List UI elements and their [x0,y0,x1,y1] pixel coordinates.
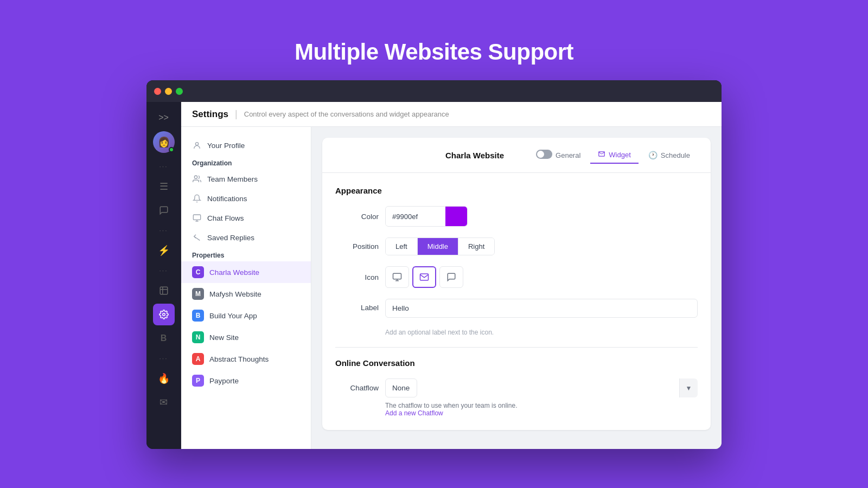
menu-label-mafysh: Mafysh Website [209,290,261,298]
badge-payporte: P [192,375,204,387]
menu-label-profile: Your Profile [207,142,245,150]
minimize-button[interactable] [165,88,172,95]
expand-button[interactable]: >> [154,108,173,127]
team-icon [192,174,202,184]
menu-item-profile[interactable]: Your Profile [181,136,311,155]
appearance-title: Appearance [335,186,698,195]
tab-label-schedule: Schedule [661,151,690,159]
general-toggle[interactable] [536,150,552,159]
card-title: Charla Website [432,151,518,160]
chatflows-icon [192,213,202,223]
sidebar-icon-chat[interactable] [153,200,175,221]
tab-group: General Widget 🕐 [528,146,698,164]
sidebar-icon-fire[interactable]: 🔥 [153,368,175,389]
icon-group [385,266,463,288]
settings-card: Charla Website General [322,138,711,430]
icon-option-2[interactable] [412,266,436,288]
badge-build: B [192,310,204,322]
sidebar-icon-lightning[interactable]: ⚡ [153,240,175,261]
menu-item-mafysh[interactable]: M Mafysh Website [181,283,311,305]
profile-icon [192,140,202,150]
tab-label-general: General [556,151,580,159]
section-organization: Organization [181,155,311,169]
widget-tab-icon [598,150,605,159]
traffic-lights [154,88,183,95]
menu-item-charla[interactable]: C Charla Website [181,261,311,283]
sidebar-icon-inbox[interactable]: ☰ [153,176,175,197]
position-right[interactable]: Right [458,238,494,255]
color-row: Color [335,206,698,227]
sidebar-dots-1: ··· [159,159,168,174]
select-wrapper: None ▼ [385,378,698,397]
position-row: Position Left Middle Right [335,237,698,255]
card-header: Charla Website General [322,138,711,173]
chatflow-select[interactable]: None [385,378,417,397]
position-middle[interactable]: Middle [418,238,458,255]
menu-item-newsite[interactable]: N New Site [181,326,311,348]
card-body: Appearance Color Po [322,173,711,430]
svg-point-5 [194,176,197,178]
sidebar-icon-settings[interactable] [153,304,175,325]
label-text-input[interactable] [385,299,698,318]
color-label: Color [335,213,379,221]
chatflow-row: Chatflow None ▼ [335,378,698,397]
maximize-button[interactable] [176,88,183,95]
menu-label-payporte: Payporte [209,377,239,385]
menu-label-saved: Saved Replies [207,234,254,242]
close-button[interactable] [154,88,161,95]
page-title: Multiple Websites Support [295,39,573,65]
header-title: Settings [192,109,228,120]
color-swatch[interactable] [445,207,467,226]
label-input-container [385,299,698,318]
menu-label-notifications: Notifications [207,195,247,203]
svg-rect-10 [393,273,401,279]
menu-label-abstract: Abstract Thoughts [209,355,269,363]
online-conversation-title: Online Conversation [335,358,698,368]
icon-option-1[interactable] [385,266,409,288]
menu-item-payporte[interactable]: P Payporte [181,370,311,391]
sidebar-icon-mail[interactable]: ✉ [153,391,175,413]
notifications-icon [192,194,202,203]
svg-rect-6 [193,215,200,220]
sidebar-icon-bold[interactable]: B [153,328,175,349]
menu-item-notifications[interactable]: Notifications [181,189,311,208]
tab-schedule[interactable]: 🕐 Schedule [641,147,698,163]
right-panel: Charla Website General [311,127,722,449]
position-left[interactable]: Left [386,238,418,255]
menu-item-chatflows[interactable]: Chat Flows [181,208,311,228]
icon-option-3[interactable] [439,266,463,288]
tab-label-widget: Widget [609,151,630,159]
position-label: Position [335,242,379,251]
saved-icon [192,233,202,242]
label-hint: Add an optional label next to the icon. [385,329,698,336]
chatflow-link[interactable]: Add a new Chatflow [385,409,698,417]
app-body: >> 👩 ··· ☰ ··· ⚡ ··· B ··· 🔥 [146,102,722,449]
tab-widget[interactable]: Widget [590,147,638,164]
sidebar-dots-4: ··· [159,351,168,365]
avatar-container: 👩 [153,131,175,153]
svg-line-9 [194,236,200,240]
section-properties: Properties [181,247,311,261]
menu-label-newsite: New Site [209,333,239,342]
menu-item-team[interactable]: Team Members [181,169,311,189]
header-subtitle: Control every aspect of the conversation… [244,110,449,118]
menu-item-saved[interactable]: Saved Replies [181,228,311,247]
icon-row: Icon [335,266,698,288]
tab-general[interactable]: General [528,146,588,164]
main-content: Settings | Control every aspect of the c… [181,102,722,449]
general-tab-icon [536,150,552,160]
sidebar-dots-2: ··· [159,223,168,237]
sidebar: >> 👩 ··· ☰ ··· ⚡ ··· B ··· 🔥 [146,102,181,449]
color-text-input[interactable] [386,208,445,225]
color-input-group [385,206,468,227]
badge-newsite: N [192,331,204,343]
svg-rect-0 [160,287,168,294]
svg-point-4 [195,143,198,145]
sidebar-icon-table[interactable] [153,280,175,301]
menu-item-abstract[interactable]: A Abstract Thoughts [181,348,311,370]
online-status-dot [169,147,174,152]
badge-abstract: A [192,353,204,365]
titlebar [146,80,722,102]
menu-item-build[interactable]: B Build Your App [181,305,311,326]
menu-label-team: Team Members [207,175,258,183]
